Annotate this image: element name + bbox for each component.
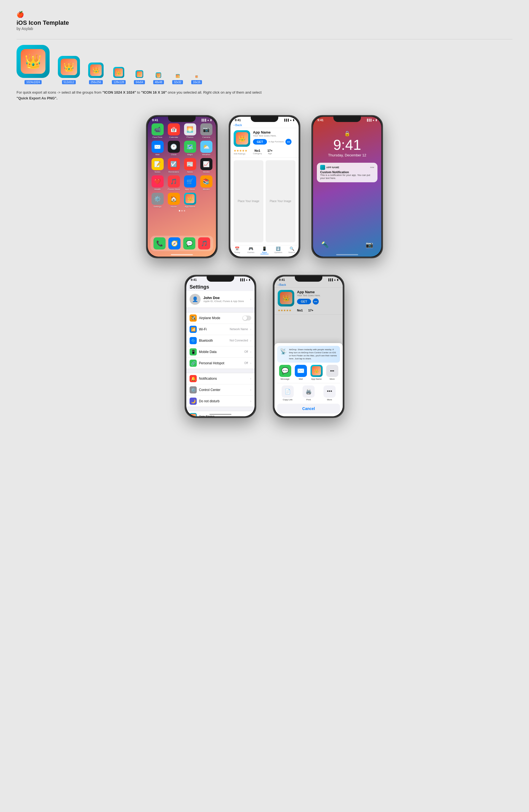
flashlight-icon[interactable]: 🔦 <box>321 241 329 248</box>
share-more-label: More <box>330 378 334 380</box>
wifi-settings-icon: 📶 <box>189 326 197 333</box>
header: 🍎 iOS Icon Template by Asylab <box>16 11 513 31</box>
rating-count: 408 Ratings <box>234 153 245 155</box>
ratings-row: ★★★★★ 408 Ratings No1 Category 17+ Age <box>230 149 299 158</box>
phone-shell-1: 9:41 ▐▐▐ ▲ ▮ 📹 FaceTime <box>146 115 218 258</box>
app-notes[interactable]: 📝 Notes <box>151 158 165 173</box>
rating-no1: No1 Category <box>253 149 262 155</box>
settings-row-wifi[interactable]: 📶 Wi-Fi Network Name › <box>186 324 255 335</box>
app-calendar[interactable]: 📅 Calendar <box>167 124 181 139</box>
tab-search-label: Search <box>288 251 295 253</box>
app-maps[interactable]: 🗺️ Maps <box>183 141 197 156</box>
icon-1024: 👑 <box>16 45 49 78</box>
back-button[interactable]: ‹ Back <box>234 124 242 127</box>
share-app-mail[interactable]: ✉️ Mail <box>295 365 307 380</box>
hotspot-icon: 🔗 <box>189 360 197 367</box>
app-news[interactable]: 📰 News <box>183 158 197 173</box>
get-button-5[interactable]: GET <box>297 299 311 304</box>
share-app-more[interactable]: ••• More <box>326 365 338 380</box>
share-mail-label: Mail <box>299 378 303 380</box>
phone-notch-4 <box>206 276 234 282</box>
phone-homescreen: 9:41 ▐▐▐ ▲ ▮ 📹 FaceTime <box>146 115 218 258</box>
status-icons-2: ▐▐▐ ▲ ▮ <box>284 119 294 121</box>
mobiledata-label: Mobile Data <box>199 350 242 354</box>
dock-music[interactable]: 🎵 <box>198 237 210 249</box>
back-button-5[interactable]: ‹ Back <box>278 283 286 286</box>
share-app-message[interactable]: 💬 Message <box>279 365 291 380</box>
app-settings[interactable]: ⚙️ Settings <box>151 193 165 208</box>
camera-lock-icon[interactable]: 📷 <box>366 241 373 248</box>
app-facetime[interactable]: 📹 FaceTime <box>151 124 165 139</box>
tab-today[interactable]: 📅 Today <box>230 246 244 255</box>
tab-apps-label: Apps <box>262 251 267 253</box>
app-stocks[interactable]: 📈 Stocks <box>199 158 213 173</box>
app-reminders[interactable]: ☑️ Reminders <box>167 158 181 173</box>
app-label-news: News <box>187 171 192 173</box>
status-icons-5: ▐▐▐ ▲ ▮ <box>328 278 338 281</box>
app-ibooks[interactable]: 📚 iBooks <box>199 175 213 190</box>
app-weather[interactable]: ⛅ Weather <box>199 141 213 156</box>
app-photos[interactable]: 🌅 Photos <box>183 124 197 139</box>
icon-size-16: · 16x16 <box>191 75 202 84</box>
page-dot-3 <box>184 210 185 212</box>
settings-row-controlcenter[interactable]: ⚙️ Control Center › <box>186 385 255 396</box>
dock-phone[interactable]: 📞 <box>154 237 166 249</box>
settings-row-airplane[interactable]: ✈️ Airplane Mode <box>186 313 255 324</box>
settings-profile[interactable]: 👤 John Doe Apple ID, iCloud, iTunes & Ap… <box>186 291 255 308</box>
icon-label-512: 512x512 <box>62 80 76 84</box>
appstore-actions: GET In-App Purchases ••• <box>253 139 295 145</box>
actions-more-label: More <box>327 398 332 401</box>
settings-row-hotspot[interactable]: 🔗 Personal Hotspot Off › <box>186 358 255 369</box>
tab-apps[interactable]: 📱 Apps <box>258 246 271 255</box>
dock-messages[interactable]: 💬 <box>183 237 195 249</box>
app-mail[interactable]: ✉️ Mail <box>151 141 165 156</box>
app-appstore[interactable]: 🛒 App Store <box>183 175 197 190</box>
share-action-copylink[interactable]: 📄 Copy Link <box>282 386 294 401</box>
tab-search[interactable]: 🔍 Search <box>285 246 299 255</box>
airdrop-text: AirDrop. Share instantly with people nea… <box>289 348 337 360</box>
share-app-custom[interactable]: 👑 App Name <box>311 365 323 380</box>
more-button[interactable]: ••• <box>285 139 291 145</box>
airplane-toggle[interactable] <box>242 316 251 320</box>
app-home[interactable]: 🏠 Home <box>167 193 181 208</box>
settings-row-mobiledata[interactable]: 📱 Mobile Data Off › <box>186 346 255 358</box>
stars: ★★★★★ <box>234 149 247 153</box>
share-message-label: Message <box>281 378 289 380</box>
profile-sub: Apple ID, iCloud, iTunes & App Store <box>203 300 244 303</box>
ratings-row-5: ★★★★★ No1 17+ <box>274 309 343 315</box>
wifi-icon-4: ▲ <box>245 278 248 281</box>
tab-games[interactable]: 🎮 Games <box>244 246 258 255</box>
app-health[interactable]: ❤️ Health <box>151 175 165 190</box>
dock-safari[interactable]: 🧭 <box>168 237 181 249</box>
settings-row-notifications[interactable]: 🔔 Notifications › <box>186 373 255 385</box>
app-itunes[interactable]: 🎵 iTunes Store <box>167 175 181 190</box>
get-button[interactable]: GET <box>253 139 267 145</box>
share-message-icon: 💬 <box>279 365 291 377</box>
app-icon-settings: ⚙️ <box>152 193 164 205</box>
cancel-button[interactable]: Cancel <box>277 404 340 414</box>
app-custom[interactable]: 👑 App Name <box>183 193 197 208</box>
mobiledata-chevron-icon: › <box>250 350 251 354</box>
settings-row-donotdisturb[interactable]: 🌙 Do not disturb › <box>186 396 255 407</box>
share-action-print[interactable]: 🖨️ Print <box>302 386 315 401</box>
bluetooth-label: Bluetooth <box>199 339 227 343</box>
signal-icon-4: ▐▐▐ <box>240 278 245 281</box>
phone-home-bar-4 <box>210 414 231 415</box>
tab-updates[interactable]: ⬇️ Updates <box>271 246 285 255</box>
appstore-screen: 9:41 ▐▐▐ ▲ ▮ ‹ Back <box>230 117 299 257</box>
profile-info: John Doe Apple ID, iCloud, iTunes & App … <box>203 296 244 303</box>
phone-home-bar-1 <box>171 254 193 255</box>
bluetooth-value: Not Connected <box>229 339 248 342</box>
app-icon-photos: 🌅 <box>184 124 196 135</box>
app-label-clock: Clock <box>171 154 176 156</box>
app-clock[interactable]: 🕐 Clock <box>167 141 181 156</box>
share-action-more[interactable]: ••• More <box>324 386 335 401</box>
app-camera[interactable]: 📷 Camera <box>199 124 213 139</box>
settings-row-bluetooth[interactable]: 🔷 Bluetooth Not Connected › <box>186 335 255 346</box>
notif-app-icon <box>320 165 325 170</box>
appstore-info: App Name Your Text Goes Here. GET In-App… <box>253 130 295 145</box>
status-icons-3: ▐▐▐ ▲ ▮ <box>366 119 377 121</box>
more-button-5[interactable]: ••• <box>313 299 319 305</box>
copy-link-icon: 📄 <box>282 386 294 397</box>
notification-card[interactable]: APP NAME now Custom Notification This is… <box>317 163 377 182</box>
